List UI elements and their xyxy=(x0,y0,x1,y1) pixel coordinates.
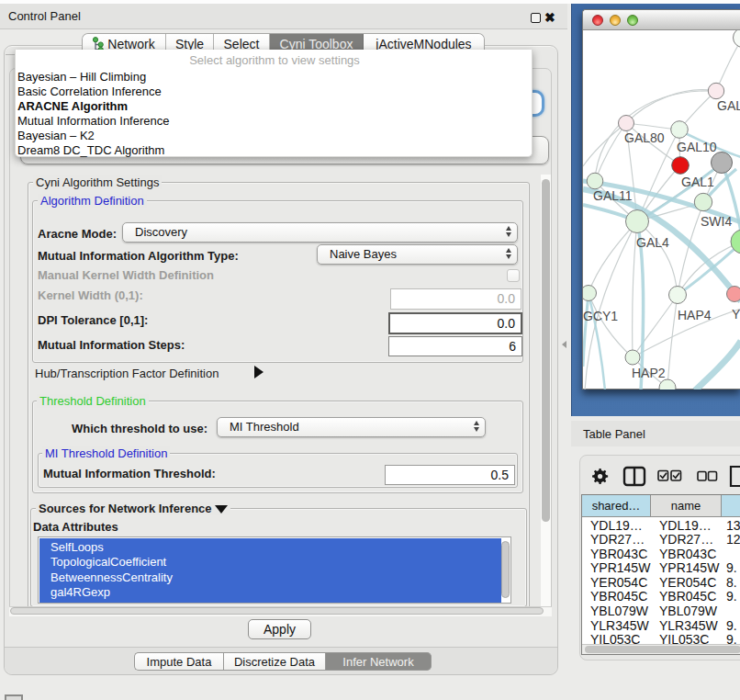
svg-text:SWI4: SWI4 xyxy=(701,214,732,229)
svg-text:GAL4: GAL4 xyxy=(636,235,669,250)
svg-text:GAL1: GAL1 xyxy=(681,175,714,189)
svg-text:GAL11: GAL11 xyxy=(593,188,633,203)
svg-text:YJ: YJ xyxy=(732,307,740,322)
svg-text:HAP2: HAP2 xyxy=(632,366,666,380)
svg-text:GCY1: GCY1 xyxy=(583,309,618,323)
svg-text:GAL7: GAL7 xyxy=(717,98,740,113)
svg-text:HAP4: HAP4 xyxy=(678,308,712,322)
svg-text:GAL10: GAL10 xyxy=(677,140,717,154)
svg-text:GAL80: GAL80 xyxy=(624,130,665,145)
